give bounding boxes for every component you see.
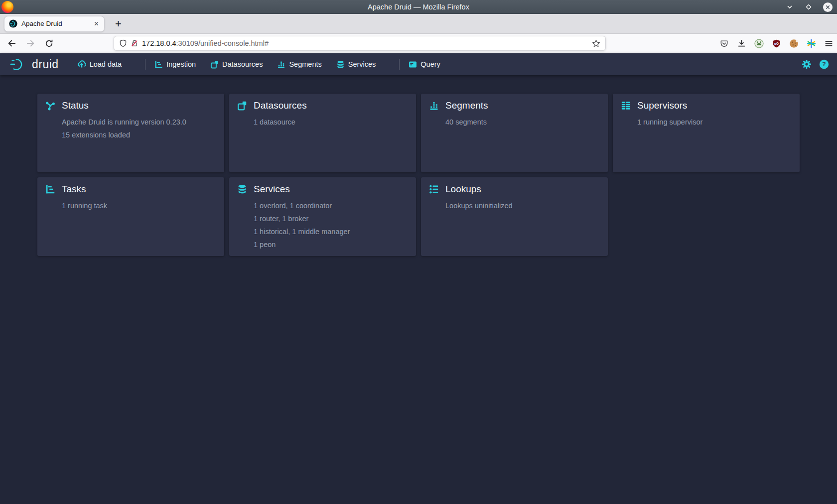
card-line: 1 historical, 1 middle manager [254,225,408,238]
nav-label: Query [420,60,440,68]
graph-icon [45,101,55,111]
card-services[interactable]: Services 1 overlord, 1 coordinator 1 rou… [229,177,416,256]
cookie-extension-button[interactable] [788,38,799,49]
properties-icon [429,184,439,194]
monkey-extension-button[interactable] [753,38,764,49]
header-divider [145,59,145,70]
card-tasks[interactable]: Tasks 1 running task [37,177,224,256]
card-supervisors[interactable]: Supervisors 1 running supervisor [613,94,800,172]
card-lookups[interactable]: Lookups Lookups uninitialized [421,177,608,256]
menu-button[interactable] [823,38,834,49]
card-datasources[interactable]: Datasources 1 datasource [229,94,416,172]
header-divider [399,59,400,70]
card-line: 1 peon [254,238,408,251]
stacked-bar-chart-icon [429,101,439,111]
forward-button[interactable] [24,37,36,49]
card-line: Lookups uninitialized [445,199,600,212]
asterisk-extension-button[interactable] [806,38,817,49]
druid-logo[interactable]: druid [10,57,59,72]
help-button[interactable]: ? [819,59,829,69]
nav-load-data[interactable]: Load data [77,60,122,69]
toolbar-right-icons: uO [718,34,834,53]
download-icon [737,39,746,48]
status-card-grid: Status Apache Druid is running version 0… [37,94,800,256]
card-title: Datasources [254,100,307,111]
pocket-button[interactable] [718,38,729,49]
reload-icon [45,39,53,48]
nav-segments[interactable]: Segments [277,60,321,69]
ublock-button[interactable]: uO [771,38,782,49]
browser-toolbar: 172.18.0.4:30109/unified-console.html# u… [0,34,837,53]
druid-logo-text: druid [32,58,59,71]
minimize-button[interactable] [784,1,795,12]
gantt-chart-icon [154,60,163,69]
diamond-icon [805,3,813,11]
url-path: :30109/unified-console.html# [176,39,269,47]
stacked-bar-chart-icon [277,60,285,69]
card-title: Segments [445,100,488,111]
close-button[interactable] [822,1,833,12]
forward-arrow-icon [26,39,35,48]
card-line: 1 overlord, 1 coordinator [254,199,408,212]
card-title: Tasks [62,184,86,195]
card-title: Lookups [445,184,481,195]
nav-label: Segments [289,60,321,68]
url-text[interactable]: 172.18.0.4:30109/unified-console.html# [142,39,588,47]
tab-close-icon[interactable]: × [93,20,100,28]
back-arrow-icon [7,39,16,48]
header-divider [68,59,68,70]
card-segments[interactable]: Segments 40 segments [421,94,608,172]
multi-select-icon [210,60,219,69]
bookmark-star-icon[interactable] [592,39,600,48]
cloud-upload-icon [77,60,86,69]
nav-datasources[interactable]: Datasources [210,60,263,69]
card-line: 1 running supervisor [637,116,792,128]
reload-button[interactable] [43,37,55,49]
window-titlebar[interactable]: Apache Druid — Mozilla Firefox [0,0,837,14]
window-controls [784,0,833,14]
insecure-lock-icon[interactable] [131,39,139,47]
close-icon [823,2,833,12]
header-right: ? [802,59,829,69]
firefox-logo-icon [1,1,13,13]
shield-icon[interactable] [119,39,127,47]
druid-swirl-icon [10,57,28,72]
maximize-button[interactable] [803,1,814,12]
url-host: 172.18.0.4 [142,39,176,47]
nav-services[interactable]: Services [336,60,376,69]
druid-favicon-icon [9,19,17,28]
chevron-down-icon [786,3,794,11]
card-line: 1 router, 1 broker [254,212,408,225]
ublock-icon: uO [772,39,781,48]
card-title: Supervisors [637,100,687,111]
multi-select-icon [237,101,247,111]
nav-label: Datasources [222,60,263,68]
cookie-extension-icon [789,39,799,48]
card-line: 15 extensions loaded [62,128,216,141]
downloads-button[interactable] [736,38,747,49]
card-line: Apache Druid is running version 0.23.0 [62,116,216,128]
help-icon: ? [819,59,829,69]
card-line: 40 segments [445,116,600,128]
gantt-chart-icon [45,184,55,194]
window-title: Apache Druid — Mozilla Firefox [368,3,469,11]
url-bar[interactable]: 172.18.0.4:30109/unified-console.html# [114,36,606,51]
nav-ingestion[interactable]: Ingestion [154,60,196,69]
console-icon [409,60,417,69]
card-line: 1 datasource [254,116,408,128]
back-button[interactable] [6,37,18,49]
nav-label: Load data [90,60,122,68]
home-view: Status Apache Druid is running version 0… [0,75,837,504]
tab-title: Apache Druid [21,20,89,27]
nav-label: Ingestion [166,60,196,68]
card-title: Status [62,100,89,111]
settings-button[interactable] [802,59,812,69]
nav-query[interactable]: Query [409,60,440,69]
svg-text:uO: uO [774,42,779,45]
monkey-extension-icon [754,39,764,48]
card-status[interactable]: Status Apache Druid is running version 0… [37,94,224,172]
svg-text:?: ? [822,61,826,68]
tab-apache-druid[interactable]: Apache Druid × [4,16,105,32]
pocket-icon [720,39,728,48]
new-tab-button[interactable]: + [112,17,125,30]
